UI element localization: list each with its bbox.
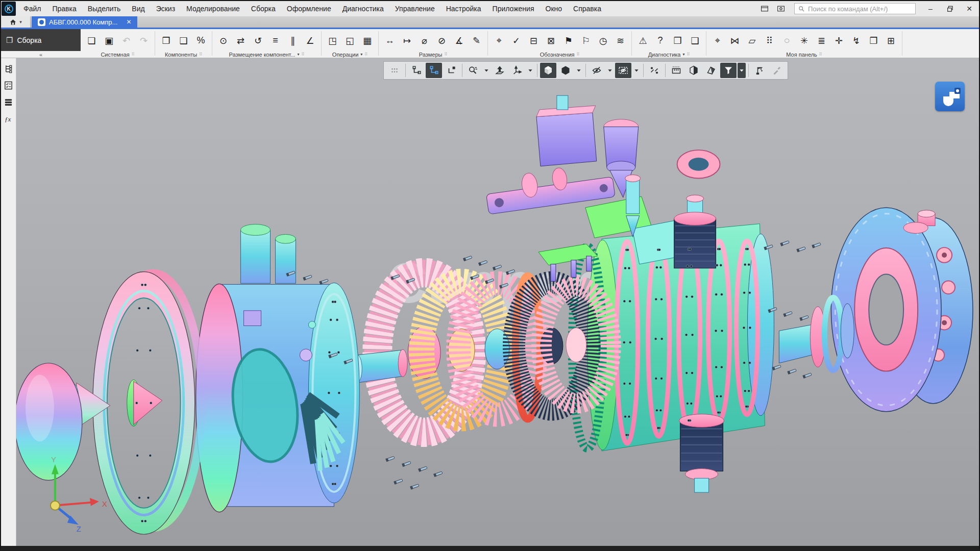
display-mode-caret[interactable]: [575, 63, 583, 78]
model-front-casing[interactable]: [196, 224, 360, 512]
loads-icon[interactable]: [751, 63, 768, 78]
redo-icon[interactable]: ↷: [135, 31, 152, 51]
coincidence-mate-icon[interactable]: ≡: [267, 31, 284, 51]
orientation-triad-icon[interactable]: [509, 63, 525, 78]
create-component-icon[interactable]: ❑: [175, 31, 192, 51]
menu-item-5[interactable]: Эскиз: [151, 1, 181, 16]
shaded-display-icon[interactable]: [540, 63, 556, 78]
quick-action-icon[interactable]: ↯: [848, 31, 865, 51]
rotate-component-icon[interactable]: ↺: [250, 31, 266, 51]
coordinate-axes-icon[interactable]: ⌖: [709, 31, 726, 51]
points-array-icon[interactable]: ⠿: [761, 31, 778, 51]
app-logo-icon[interactable]: K: [2, 2, 16, 16]
toolbar-drag-handle[interactable]: [386, 63, 403, 78]
component-layout-icon[interactable]: %: [192, 31, 209, 51]
menu-item-8[interactable]: Оформление: [281, 1, 337, 16]
model-shaft[interactable]: [352, 349, 407, 383]
restore-button[interactable]: [941, 2, 959, 15]
viewport-3d[interactable]: Cappen: [16, 58, 979, 546]
auto-dimension-icon[interactable]: ↔: [381, 31, 398, 51]
layers-stack-icon[interactable]: ≣: [813, 31, 830, 51]
menu-item-10[interactable]: Управление: [389, 1, 440, 16]
menu-item-11[interactable]: Настройка: [440, 1, 487, 16]
zoom-area-icon[interactable]: [465, 63, 481, 78]
document-tab[interactable]: АБВГ.000.000 Компр... ✕: [32, 16, 137, 28]
menu-item-12[interactable]: Приложения: [487, 1, 540, 16]
angular-dimension-icon[interactable]: ∡: [451, 31, 468, 51]
kinematic-chain-icon[interactable]: ⋈: [726, 31, 743, 51]
group-dropdown-caret[interactable]: ▾: [298, 52, 300, 57]
command-search-input[interactable]: Поиск по командам (Alt+/): [794, 3, 916, 14]
section-display-icon[interactable]: [685, 63, 702, 78]
clip-area-icon[interactable]: [703, 63, 719, 78]
group-drag-dots[interactable]: ⠿: [302, 52, 305, 57]
menu-item-9[interactable]: Диагностика: [337, 1, 389, 16]
revision-mark-icon[interactable]: ◷: [595, 31, 611, 51]
move-component-icon[interactable]: ⇄: [232, 31, 249, 51]
normal-to-object-icon[interactable]: [492, 63, 508, 78]
group-drag-dots[interactable]: ⠿: [687, 52, 690, 57]
menu-item-14[interactable]: Справка: [568, 1, 607, 16]
orientation-saved-icon[interactable]: [443, 63, 459, 78]
insert-table-icon[interactable]: ⊞: [883, 31, 899, 51]
display-mode-icon[interactable]: [557, 63, 574, 78]
radial-dimension-icon[interactable]: ⊘: [433, 31, 450, 51]
tolerance-frame-icon[interactable]: ⊟: [525, 31, 542, 51]
parallel-mate-icon[interactable]: ∥: [284, 31, 301, 51]
group-drag-dots[interactable]: ⠿: [577, 52, 580, 57]
group-dropdown-caret[interactable]: ▾: [682, 52, 684, 57]
hide-objects-caret[interactable]: [606, 63, 614, 78]
menu-item-13[interactable]: Окно: [540, 1, 568, 16]
diameter-dimension-icon[interactable]: ⌀: [416, 31, 433, 51]
group-drag-dots[interactable]: ⠿: [364, 52, 368, 57]
mass-properties-report-icon[interactable]: ❒: [669, 31, 686, 51]
eyedropper-icon[interactable]: [769, 63, 785, 78]
group-drag-dots[interactable]: ⠿: [199, 52, 202, 57]
exploded-view-icon[interactable]: [646, 63, 663, 78]
orientation-xy-icon[interactable]: [408, 63, 425, 78]
hide-in-window-caret[interactable]: [632, 63, 641, 78]
menu-item-3[interactable]: Выделить: [82, 1, 127, 16]
menu-item-4[interactable]: Вид: [126, 1, 150, 16]
leader-dimension-icon[interactable]: ✎: [468, 31, 485, 51]
zoom-dropdown-caret[interactable]: [482, 63, 491, 78]
menu-item-6[interactable]: Моделирование: [181, 1, 246, 16]
measure-icon[interactable]: [668, 63, 684, 78]
interface-settings-icon[interactable]: [774, 3, 788, 14]
group-drag-dots[interactable]: ⠿: [444, 52, 447, 57]
kompas-3d-logo[interactable]: [935, 82, 965, 111]
structure-report-icon[interactable]: ❑: [687, 31, 703, 51]
hide-objects-icon[interactable]: [589, 63, 605, 78]
linear-dimension-icon[interactable]: ↦: [399, 31, 415, 51]
minimize-button[interactable]: –: [922, 2, 939, 15]
copy-sheet-icon[interactable]: ❐: [865, 31, 882, 51]
3d-model[interactable]: Cappen: [16, 58, 979, 546]
workspace-layout-icon[interactable]: [757, 3, 772, 14]
variables-panel-icon[interactable]: ƒx: [3, 113, 15, 125]
explode-components-icon[interactable]: ✳: [796, 31, 813, 51]
filter-objects-icon[interactable]: [720, 63, 737, 78]
home-caret-icon[interactable]: ▾: [19, 19, 22, 24]
roughness-designation-icon[interactable]: ✓: [508, 31, 525, 51]
add-component-from-file-icon[interactable]: ❐: [158, 31, 175, 51]
home-button[interactable]: ▾: [1, 16, 31, 28]
new-feature-icon[interactable]: ✛: [830, 31, 847, 51]
angle-mate-icon[interactable]: ∠: [302, 31, 318, 51]
close-button[interactable]: ✕: [961, 2, 978, 15]
model-spinner-dome[interactable]: [16, 363, 82, 481]
construction-plane-icon[interactable]: ▱: [744, 31, 761, 51]
fix-component-icon[interactable]: ⊙: [215, 31, 232, 51]
base-designation-icon[interactable]: ⊠: [543, 31, 559, 51]
datum-designation-icon[interactable]: ⌖: [491, 31, 507, 51]
hole-operation-icon[interactable]: ▦: [359, 31, 376, 51]
hide-in-window-icon[interactable]: [615, 63, 631, 78]
tab-close-icon[interactable]: ✕: [121, 18, 131, 26]
collision-check-icon[interactable]: ⚠: [634, 31, 651, 51]
ribbon-collapse-chevron[interactable]: «: [1, 51, 81, 58]
model-rear-casing[interactable]: [831, 208, 973, 412]
filter-objects-caret[interactable]: [738, 63, 746, 78]
menu-item-2[interactable]: Правка: [46, 1, 82, 16]
group-drag-dots[interactable]: ⠿: [819, 52, 822, 57]
layers-panel-icon[interactable]: [3, 96, 15, 108]
menu-item-7[interactable]: Сборка: [246, 1, 281, 16]
